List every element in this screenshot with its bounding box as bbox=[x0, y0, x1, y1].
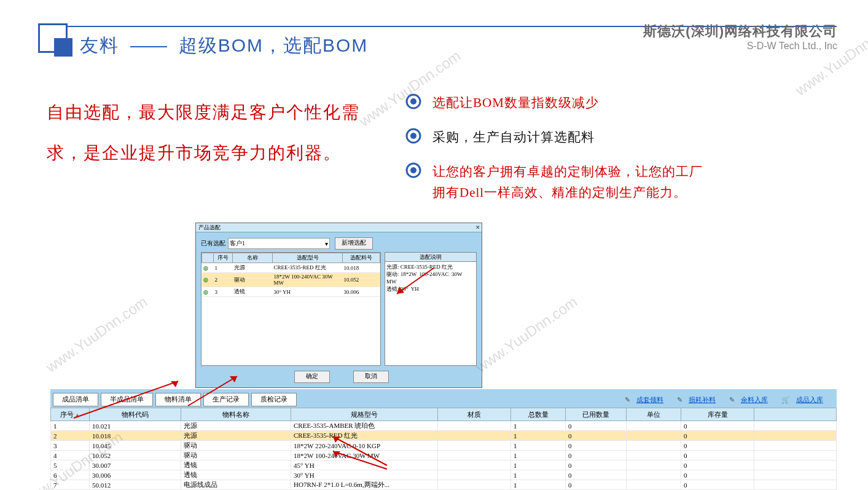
table-header-row: 序号▲ 物料代码 物料名称 规格型号 材质 总数量 已用数量 单位 库存量 bbox=[51, 408, 837, 421]
main-panel: 成品清单 半成品清单 物料清单 生产记录 质检记录 ✎成套领料 ✎损耗补料 ✎余… bbox=[50, 389, 837, 490]
cancel-button[interactable]: 取消 bbox=[353, 371, 389, 383]
bullet-text: 选配让BOM数量指数级减少 bbox=[432, 92, 599, 113]
close-icon[interactable]: ✕ bbox=[475, 223, 480, 232]
intro-paragraph: 自由选配，最大限度满足客户个性化需求，是企业提升市场竞争力的利器。 bbox=[47, 92, 391, 173]
ok-button[interactable]: 确定 bbox=[294, 371, 330, 383]
cart-icon: 🛒 bbox=[781, 396, 790, 404]
tabs-row: 成品清单 半成品清单 物料清单 生产记录 质检记录 ✎成套领料 ✎损耗补料 ✎余… bbox=[50, 389, 837, 408]
config-dialog: 产品选配 ✕ 已有选配 客户1 ▾ 新增选配 序号 名称 选配型号 选配料号 bbox=[195, 223, 482, 388]
watermark: www.YuuDnn.com bbox=[473, 293, 581, 376]
svg-point-1 bbox=[410, 98, 416, 105]
action-pickset[interactable]: 成套领料 bbox=[636, 395, 663, 405]
title-main: 超级BOM，选配BOM bbox=[179, 35, 369, 55]
table-row[interactable]: 530.007透镜45° YH100 bbox=[51, 460, 837, 470]
table-row[interactable]: 630.006透镜30° YH100 bbox=[51, 470, 837, 480]
edit-icon: ✎ bbox=[677, 396, 682, 404]
dialog-title: 产品选配 bbox=[198, 224, 221, 231]
svg-marker-7 bbox=[171, 381, 178, 387]
dialog-toolbar: 已有选配 客户1 ▾ 新增选配 bbox=[201, 237, 477, 250]
bullet-text: 让您的客户拥有卓越的定制体验，让您的工厂拥有Dell一样高效、精准的定制生产能力… bbox=[432, 161, 713, 203]
material-table[interactable]: 序号▲ 物料代码 物料名称 规格型号 材质 总数量 已用数量 单位 库存量 11… bbox=[50, 408, 837, 490]
selected-label: 已有选配 bbox=[201, 239, 225, 248]
edit-icon: ✎ bbox=[625, 396, 630, 404]
desc-box: 光源: CREE-3535-RED 红光 驱动: 18*2W 100-240VA… bbox=[385, 261, 477, 366]
title-dash bbox=[130, 46, 167, 47]
bullet-row: 采购，生产自动计算选配料 bbox=[405, 127, 713, 148]
bullet-text: 采购，生产自动计算选配料 bbox=[432, 127, 595, 148]
action-finishedin[interactable]: 成品入库 bbox=[796, 395, 823, 405]
new-config-button[interactable]: 新增选配 bbox=[335, 237, 373, 250]
bullet-row: 选配让BOM数量指数级减少 bbox=[405, 92, 713, 113]
table-row[interactable]: 110.021光源CREE-3535-AMBER 琥珀色100 bbox=[51, 421, 837, 431]
target-icon bbox=[405, 93, 421, 109]
select-value: 客户1 bbox=[230, 239, 245, 248]
table-row[interactable]: ◎3透镜30° YH30.006 bbox=[202, 287, 380, 297]
action-loss[interactable]: 损耗补料 bbox=[689, 395, 716, 405]
header-box-inner bbox=[54, 38, 72, 57]
target-icon bbox=[405, 162, 421, 178]
edit-icon: ✎ bbox=[729, 396, 735, 404]
sort-icon[interactable]: ▲ bbox=[75, 412, 80, 418]
watermark: www.YuuDnn.com bbox=[43, 293, 151, 376]
table-row[interactable]: 410.052驱动18*2W 100-240VAC 30W MW100 bbox=[51, 451, 837, 460]
table-row[interactable]: 210.018光源CREE-3535-RED 红光100 bbox=[51, 431, 837, 441]
company-en: S-D-W Tech Ltd., Inc bbox=[747, 41, 837, 52]
target-icon bbox=[405, 128, 421, 144]
table-row[interactable]: 310.045驱动18*2W 220-240VAC 0-10 KGP100 bbox=[51, 441, 837, 451]
bullet-list: 选配让BOM数量指数级减少 采购，生产自动计算选配料 让您的客户拥有卓越的定制体… bbox=[405, 92, 713, 216]
title-prefix: 友料 bbox=[80, 35, 119, 55]
company-cn: 斯德沃(深圳)网络科技有限公司 bbox=[643, 22, 837, 41]
bullet-row: 让您的客户拥有卓越的定制体验，让您的工厂拥有Dell一样高效、精准的定制生产能力… bbox=[405, 161, 713, 203]
tab-semifinished[interactable]: 半成品清单 bbox=[101, 393, 153, 406]
table-row[interactable]: ◎1光源CREE-3535-RED 红光10.018 bbox=[202, 263, 380, 273]
table-row[interactable]: 750.012电源线成品HO7RN-F 2*1.0 L=0.6m,两端外...1… bbox=[51, 480, 837, 490]
table-row[interactable]: ◎2驱动18*2W 100-240VAC 30W MW10.052 bbox=[202, 273, 380, 287]
table-header-row: 序号 名称 选配型号 选配料号 bbox=[202, 253, 380, 263]
tab-finished[interactable]: 成品清单 bbox=[53, 393, 98, 406]
tab-material[interactable]: 物料清单 bbox=[155, 393, 201, 406]
tab-production[interactable]: 生产记录 bbox=[203, 393, 249, 406]
svg-point-3 bbox=[410, 133, 416, 139]
page-title: 友料 超级BOM，选配BOM bbox=[80, 33, 368, 58]
action-surplus[interactable]: 余料入库 bbox=[741, 395, 768, 405]
svg-point-5 bbox=[410, 167, 416, 173]
dialog-titlebar: 产品选配 ✕ bbox=[196, 223, 482, 232]
desc-header: 选配说明 bbox=[385, 252, 477, 261]
chevron-down-icon: ▾ bbox=[325, 240, 328, 247]
tab-qc[interactable]: 质检记录 bbox=[251, 393, 297, 406]
dialog-table[interactable]: 序号 名称 选配型号 选配料号 ◎1光源CREE-3535-RED 红光10.0… bbox=[201, 252, 381, 366]
customer-select[interactable]: 客户1 ▾ bbox=[228, 238, 330, 249]
